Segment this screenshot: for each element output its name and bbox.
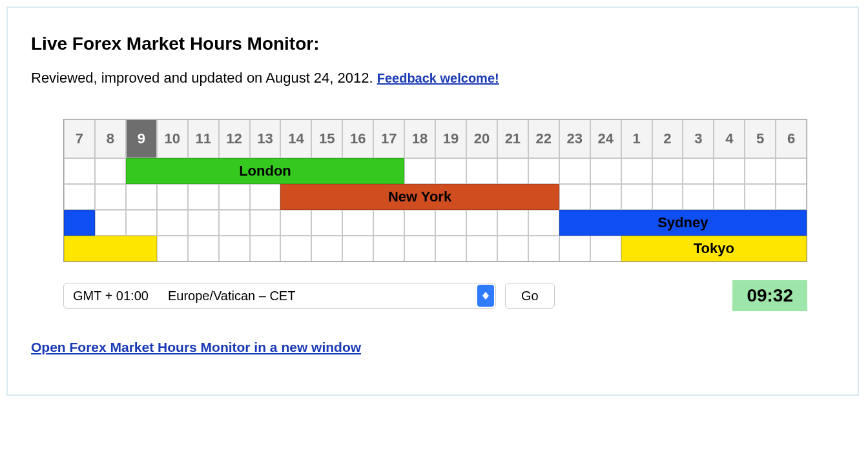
grid-cell: [528, 236, 559, 261]
market-bar: Sydney: [559, 210, 807, 236]
grid-cell: [528, 158, 559, 184]
go-button[interactable]: Go: [505, 283, 555, 309]
grid-cell: [188, 210, 219, 236]
go-button-label: Go: [521, 289, 539, 303]
grid-cell: [776, 158, 807, 184]
market-row: Tokyo: [64, 236, 807, 261]
market-bar: [64, 210, 95, 236]
grid-cell: [280, 210, 311, 236]
open-new-window-link[interactable]: Open Forex Market Hours Monitor in a new…: [31, 340, 361, 354]
hour-cell: 9: [126, 119, 157, 158]
controls-row: GMT + 01:00 Europe/Vatican – CET Go 09:3…: [63, 280, 807, 311]
hour-cell: 16: [342, 119, 373, 158]
grid-cell: [528, 210, 559, 236]
grid-cell: [714, 184, 745, 210]
grid-cell: [714, 158, 745, 184]
hour-cell: 12: [219, 119, 250, 158]
grid-cell: [559, 236, 590, 261]
panel: Live Forex Market Hours Monitor: Reviewe…: [6, 6, 859, 396]
grid-cell: [683, 158, 714, 184]
grid-cell: [590, 158, 621, 184]
subtitle: Reviewed, improved and updated on August…: [31, 70, 834, 87]
grid-cell: [342, 210, 373, 236]
hour-cell: 17: [373, 119, 404, 158]
hour-cell: 1: [621, 119, 652, 158]
select-arrows-icon: [477, 285, 494, 307]
grid-cell: [621, 158, 652, 184]
grid-cell: [95, 158, 126, 184]
grid-cell: [188, 236, 219, 261]
grid-cell: [250, 210, 281, 236]
grid-cell: [435, 210, 466, 236]
market-bar: [64, 236, 157, 261]
grid-cell: [404, 158, 435, 184]
hour-cell: 10: [157, 119, 188, 158]
hour-cell: 5: [745, 119, 776, 158]
grid-cell: [745, 158, 776, 184]
market-bar: New York: [280, 184, 559, 210]
grid-cell: [652, 158, 683, 184]
grid-cell: [497, 158, 528, 184]
hour-cell: 21: [497, 119, 528, 158]
grid-cell: [157, 210, 188, 236]
grid-cell: [497, 236, 528, 261]
market-bar: London: [126, 158, 404, 184]
grid-cell: [64, 184, 95, 210]
grid-cell: [373, 236, 404, 261]
grid-cell: [559, 158, 590, 184]
hour-cell: 8: [95, 119, 126, 158]
hour-cell: 4: [714, 119, 745, 158]
grid-cell: [776, 184, 807, 210]
grid-cell: [280, 236, 311, 261]
grid-cell: [621, 184, 652, 210]
grid-cell: [95, 184, 126, 210]
hour-cell: 23: [559, 119, 590, 158]
hours-chart: 789101112131415161718192021222324123456L…: [63, 119, 807, 311]
grid-cell: [745, 184, 776, 210]
grid-cell: [126, 184, 157, 210]
footer-link-wrap: Open Forex Market Hours Monitor in a new…: [31, 340, 834, 355]
grid-cell: [126, 210, 157, 236]
feedback-link[interactable]: Feedback welcome!: [377, 71, 499, 85]
grid-cell: [404, 236, 435, 261]
grid-cell: [219, 184, 250, 210]
hour-cell: 3: [683, 119, 714, 158]
grid-cell: [250, 184, 281, 210]
subtitle-text: Reviewed, improved and updated on August…: [31, 70, 377, 86]
grid-cell: [683, 184, 714, 210]
grid-cell: [342, 236, 373, 261]
timezone-value: GMT + 01:00 Europe/Vatican – CET: [73, 289, 295, 303]
grid-cell: [64, 158, 95, 184]
grid-cell: [95, 210, 126, 236]
market-row: London: [64, 158, 807, 184]
grid-cell: [466, 210, 497, 236]
grid-cell: [435, 236, 466, 261]
market-row: New York: [64, 184, 807, 210]
grid-cell: [250, 236, 281, 261]
grid-cell: [590, 236, 621, 261]
hour-cell: 22: [528, 119, 559, 158]
grid-cell: [157, 184, 188, 210]
grid-cell: [435, 158, 466, 184]
grid-cell: [652, 184, 683, 210]
timezone-select[interactable]: GMT + 01:00 Europe/Vatican – CET: [63, 283, 496, 309]
hour-cell: 20: [466, 119, 497, 158]
grid-cell: [559, 184, 590, 210]
hour-cell: 11: [188, 119, 219, 158]
current-time: 09:32: [732, 280, 807, 311]
hour-cell: 7: [64, 119, 95, 158]
grid-cell: [590, 184, 621, 210]
grid-cell: [404, 210, 435, 236]
grid-cell: [219, 236, 250, 261]
grid-cell: [373, 210, 404, 236]
hour-cell: 14: [280, 119, 311, 158]
grid-cell: [311, 236, 342, 261]
grid-cell: [466, 158, 497, 184]
grid-cell: [188, 184, 219, 210]
grid-cell: [311, 210, 342, 236]
page-title: Live Forex Market Hours Monitor:: [31, 34, 834, 54]
hour-cell: 24: [590, 119, 621, 158]
grid-cell: [466, 236, 497, 261]
grid-cell: [497, 210, 528, 236]
hour-cell: 6: [776, 119, 807, 158]
